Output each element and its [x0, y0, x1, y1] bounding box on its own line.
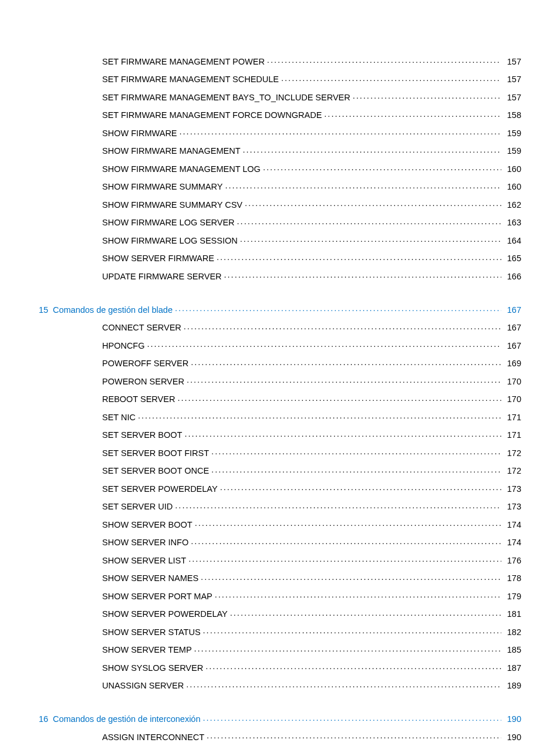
toc-chapter-title: Comandos de gestión del blade [53, 306, 173, 315]
toc-entry[interactable]: ASSIGN INTERCONNECT 190 [39, 731, 521, 741]
toc-entry[interactable]: SHOW FIRMWARE SUMMARY CSV 162 [39, 199, 521, 209]
toc-page: 185 [504, 646, 521, 654]
toc-entry[interactable]: CONNECT SERVER 167 [39, 322, 521, 332]
toc-leader [211, 447, 501, 456]
toc-leader [184, 430, 501, 438]
toc-entry[interactable]: SHOW SERVER NAMES 178 [39, 573, 521, 583]
toc-entry[interactable]: SHOW SERVER BOOT 174 [39, 519, 521, 529]
toc-chapter-heading[interactable]: 16 Comandos de gestión de interconexión … [39, 714, 521, 724]
toc-label: SHOW SERVER PORT MAP [102, 592, 212, 601]
toc-leader [205, 662, 501, 671]
toc-label: SET NIC [102, 413, 136, 422]
toc-label: POWEROFF SERVER [102, 359, 188, 368]
toc-leader [245, 199, 501, 208]
toc-entry[interactable]: SHOW SERVER LIST 176 [39, 555, 521, 565]
toc-entry[interactable]: POWERON SERVER 170 [39, 376, 521, 386]
toc-entry[interactable]: SHOW FIRMWARE SUMMARY 160 [39, 181, 521, 191]
toc-entry[interactable]: SHOW FIRMWARE MANAGEMENT 159 [39, 146, 521, 156]
toc-label: SHOW FIRMWARE [102, 129, 177, 138]
toc-leader [184, 322, 501, 331]
toc-entry[interactable]: SET FIRMWARE MANAGEMENT FORCE DOWNGRADE … [39, 110, 521, 120]
toc-label: SHOW SERVER STATUS [102, 628, 201, 637]
toc-page: 160 [504, 183, 521, 191]
toc-leader [230, 609, 501, 617]
toc-page: 163 [504, 218, 521, 227]
toc-label: ASSIGN INTERCONNECT [102, 733, 204, 742]
toc-label: HPONCFG [102, 342, 145, 350]
toc-entry[interactable]: POWEROFF SERVER 169 [39, 358, 521, 368]
toc-page: 170 [504, 395, 521, 404]
toc-page: 167 [504, 323, 521, 332]
toc-entry[interactable]: UPDATE FIRMWARE SERVER 166 [39, 271, 521, 281]
toc-page: 173 [504, 502, 521, 511]
toc-entry[interactable]: SHOW SYSLOG SERVER 187 [39, 662, 521, 672]
toc-leader [175, 501, 501, 510]
toc-label: SHOW SERVER BOOT [102, 521, 193, 529]
toc-chapter-heading[interactable]: 15 Comandos de gestión del blade 167 [39, 304, 521, 314]
toc-chapter-number: 15 [39, 306, 53, 315]
document-page: SET FIRMWARE MANAGEMENT POWER 157 SET FI… [0, 0, 560, 746]
toc-entry[interactable]: SET SERVER BOOT 171 [39, 430, 521, 440]
toc-entry[interactable]: SET FIRMWARE MANAGEMENT POWER 157 [39, 56, 521, 66]
toc-leader [191, 537, 501, 546]
toc-leader [224, 271, 501, 279]
toc-label: SHOW SERVER INFO [102, 538, 188, 547]
toc-entry[interactable]: SET FIRMWARE MANAGEMENT BAYS_TO_INCLUDE … [39, 92, 521, 102]
toc-entry[interactable]: HPONCFG 167 [39, 340, 521, 350]
toc-entry[interactable]: SHOW FIRMWARE MANAGEMENT LOG 160 [39, 163, 521, 173]
toc-page: 174 [504, 538, 521, 547]
toc-label: SHOW SERVER NAMES [102, 574, 198, 583]
toc-entry[interactable]: SET NIC 171 [39, 411, 521, 421]
toc-entry[interactable]: SET SERVER POWERDELAY 173 [39, 483, 521, 493]
toc-label: REBOOT SERVER [102, 395, 175, 404]
toc-leader [186, 680, 501, 689]
toc-page: 178 [504, 574, 521, 583]
toc-entry[interactable]: SHOW SERVER STATUS 182 [39, 626, 521, 636]
toc-label: SHOW SERVER LIST [102, 556, 186, 565]
toc-label: SET FIRMWARE MANAGEMENT FORCE DOWNGRADE [102, 111, 322, 120]
toc-page: 157 [504, 58, 521, 66]
toc-page: 157 [504, 75, 521, 84]
toc-page: 171 [504, 431, 521, 440]
toc-label: SHOW SYSLOG SERVER [102, 664, 203, 673]
toc-label: SHOW SERVER POWERDELAY [102, 610, 228, 619]
toc-entry[interactable]: SET SERVER UID 173 [39, 501, 521, 511]
toc-block-15: 15 Comandos de gestión del blade 167 CON… [39, 304, 521, 690]
toc-entry[interactable]: SHOW FIRMWARE LOG SERVER 163 [39, 217, 521, 227]
toc-label: SET SERVER POWERDELAY [102, 485, 218, 494]
toc-entry[interactable]: SHOW SERVER TEMP 185 [39, 644, 521, 654]
toc-entry[interactable]: SHOW SERVER FIRMWARE 165 [39, 253, 521, 263]
toc-label: SHOW FIRMWARE MANAGEMENT [102, 147, 240, 156]
toc-page: 181 [504, 610, 521, 619]
toc-entry[interactable]: SET SERVER BOOT ONCE 172 [39, 465, 521, 475]
toc-entry[interactable]: SHOW FIRMWARE 159 [39, 127, 521, 137]
toc-label: SHOW FIRMWARE MANAGEMENT LOG [102, 165, 261, 174]
toc-entry[interactable]: SHOW SERVER POWERDELAY 181 [39, 609, 521, 619]
toc-leader [240, 235, 501, 244]
toc-label: POWERON SERVER [102, 377, 184, 386]
toc-page: 173 [504, 485, 521, 494]
toc-leader [138, 411, 501, 420]
toc-page: 190 [504, 715, 521, 724]
toc-label: UPDATE FIRMWARE SERVER [102, 272, 222, 281]
toc-entry[interactable]: SHOW SERVER INFO 174 [39, 537, 521, 547]
toc-entry[interactable]: REBOOT SERVER 170 [39, 394, 521, 404]
toc-leader [191, 358, 501, 367]
toc-leader [237, 217, 501, 226]
toc-leader [281, 74, 501, 83]
toc-entry[interactable]: SET SERVER BOOT FIRST 172 [39, 447, 521, 457]
toc-page: 172 [504, 449, 521, 458]
toc-entry[interactable]: SHOW SERVER PORT MAP 179 [39, 590, 521, 600]
toc-leader [203, 626, 501, 635]
toc-label: SHOW FIRMWARE LOG SERVER [102, 218, 235, 227]
toc-entry[interactable]: UNASSIGN SERVER 189 [39, 680, 521, 690]
toc-leader [225, 181, 501, 190]
toc-page: 171 [504, 413, 521, 422]
toc-page: 179 [504, 592, 521, 601]
toc-entry[interactable]: SET FIRMWARE MANAGEMENT SCHEDULE 157 [39, 74, 521, 84]
toc-page: 164 [504, 237, 521, 245]
toc-block-16: 16 Comandos de gestión de interconexión … [39, 714, 521, 747]
toc-page: 187 [504, 664, 521, 673]
toc-entry[interactable]: SHOW FIRMWARE LOG SESSION 164 [39, 235, 521, 245]
toc-label: SHOW FIRMWARE LOG SESSION [102, 237, 238, 245]
